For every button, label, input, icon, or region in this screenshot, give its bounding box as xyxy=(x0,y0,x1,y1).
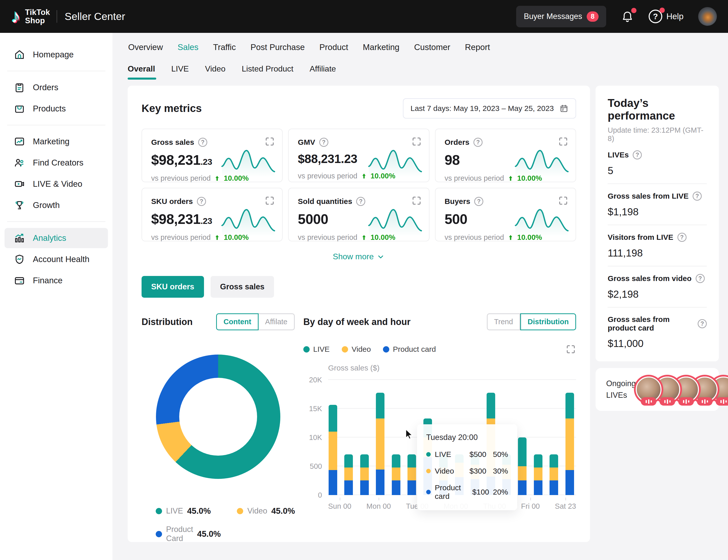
user-avatar[interactable] xyxy=(698,7,717,26)
date-range-picker[interactable]: Last 7 days: May 19, 2023 – May 25, 2023 xyxy=(403,98,576,119)
calendar-icon xyxy=(559,104,568,113)
info-icon[interactable]: ? xyxy=(696,274,705,283)
expand-icon[interactable] xyxy=(264,136,275,147)
info-icon[interactable]: ? xyxy=(633,150,642,159)
metric-toggle: SKU orders Gross sales xyxy=(142,276,576,298)
sidebar-item-growth[interactable]: Growth xyxy=(5,195,108,215)
stacked-bar[interactable] xyxy=(565,380,574,495)
subtab-live[interactable]: LIVE xyxy=(171,64,189,80)
live-indicator-icon xyxy=(678,397,694,406)
subtab-listed-product[interactable]: Listed Product xyxy=(242,64,293,80)
segment-affiliate[interactable]: Affilate xyxy=(259,313,295,330)
info-icon[interactable]: ? xyxy=(198,138,207,147)
date-range-label: Last 7 days: May 19, 2023 – May 25, 2023 xyxy=(411,104,554,113)
info-icon[interactable]: ? xyxy=(693,192,702,201)
help-button[interactable]: ? Help xyxy=(649,10,684,23)
by-day-section: By day of week and hour Trend Distributi… xyxy=(303,313,576,542)
subtab-video[interactable]: Video xyxy=(205,64,225,80)
expand-icon[interactable] xyxy=(411,136,422,147)
legend-item-video: Video45.0% xyxy=(237,506,295,516)
product-card-dot-icon xyxy=(426,490,431,494)
expand-icon[interactable] xyxy=(565,344,576,355)
info-icon[interactable]: ? xyxy=(319,138,328,147)
y-tick-label: 20K xyxy=(309,376,322,384)
tab-marketing[interactable]: Marketing xyxy=(363,42,399,52)
donut-chart[interactable] xyxy=(156,355,280,479)
tab-overview[interactable]: Overview xyxy=(128,42,163,52)
live-avatar[interactable] xyxy=(636,377,662,402)
tab-product[interactable]: Product xyxy=(320,42,348,52)
segment-trend[interactable]: Trend xyxy=(487,313,520,330)
tooltip-row: Product card$10020% xyxy=(426,483,508,501)
expand-icon[interactable] xyxy=(558,195,568,206)
sidebar-item-find-creators[interactable]: Find Creators xyxy=(5,153,108,173)
chart-tooltip: Tuesday 20:00 LIVE$50050% Video$30030% P… xyxy=(417,424,517,510)
video-dot-icon xyxy=(237,508,243,514)
up-arrow-icon xyxy=(507,175,514,182)
tooltip-title: Tuesday 20:00 xyxy=(426,433,508,442)
expand-icon[interactable] xyxy=(264,195,275,206)
tab-traffic[interactable]: Traffic xyxy=(213,42,236,52)
info-icon[interactable]: ? xyxy=(677,233,687,242)
ongoing-lives-label: Ongoing LIVEs xyxy=(606,378,636,401)
main-content: Overview Sales Traffic Post Purchase Pro… xyxy=(112,33,728,560)
info-icon[interactable]: ? xyxy=(356,197,365,206)
expand-icon[interactable] xyxy=(558,136,568,147)
sku-orders-toggle-button[interactable]: SKU orders xyxy=(142,276,204,298)
stacked-bar[interactable] xyxy=(360,380,369,495)
primary-tabs: Overview Sales Traffic Post Purchase Pro… xyxy=(128,42,719,52)
sidebar-item-finance[interactable]: Finance xyxy=(5,270,108,291)
stacked-bar[interactable] xyxy=(329,380,337,495)
stacked-bar[interactable] xyxy=(376,380,384,495)
sidebar-item-marketing[interactable]: Marketing xyxy=(5,131,108,152)
stacked-bar[interactable] xyxy=(534,380,542,495)
info-icon[interactable]: ? xyxy=(197,197,206,206)
donut-legend: LIVE45.0% Video45.0% Product Card45.0% xyxy=(142,506,295,542)
info-icon[interactable]: ? xyxy=(474,197,483,206)
tab-post-purchase[interactable]: Post Purchase xyxy=(251,42,305,52)
segment-distribution[interactable]: Distribution xyxy=(520,313,576,330)
info-icon[interactable]: ? xyxy=(473,138,483,147)
expand-icon[interactable] xyxy=(411,195,422,206)
subtab-affiliate[interactable]: Affiliate xyxy=(310,64,336,80)
stacked-bar[interactable] xyxy=(518,380,527,495)
sidebar-divider xyxy=(7,125,105,125)
metric-cards: Gross sales? $98,231.23 vs previous peri… xyxy=(142,129,576,241)
notifications-button[interactable] xyxy=(621,10,634,23)
product-card-dot-icon xyxy=(383,346,389,353)
sparkline-chart xyxy=(514,147,569,177)
home-icon xyxy=(14,49,25,60)
segment-content[interactable]: Content xyxy=(216,313,259,330)
today-metric-lives: LIVEs? 5 xyxy=(608,143,707,184)
sidebar-item-products[interactable]: Products xyxy=(5,99,108,119)
tab-report[interactable]: Report xyxy=(465,42,490,52)
x-tick-label: Sun 00 xyxy=(328,498,351,510)
brand[interactable]: ♪ TikTok Shop Seller Center xyxy=(11,7,125,26)
sidebar-item-homepage[interactable]: Homepage xyxy=(5,44,108,65)
sidebar-item-analytics[interactable]: Analytics xyxy=(5,228,108,248)
tab-sales[interactable]: Sales xyxy=(178,42,199,52)
tooltip-row: LIVE$50050% xyxy=(426,450,508,459)
gross-sales-toggle-button[interactable]: Gross sales xyxy=(211,276,274,298)
y-tick-label: 15K xyxy=(309,405,322,413)
live-video-icon xyxy=(14,178,25,190)
tab-customer[interactable]: Customer xyxy=(414,42,450,52)
up-arrow-icon xyxy=(507,234,514,241)
sidebar-item-orders[interactable]: Orders xyxy=(5,77,108,98)
stacked-bar[interactable] xyxy=(344,380,353,495)
ongoing-lives-avatars xyxy=(636,377,728,402)
right-column: Today’s performance Update time: 23:12PM… xyxy=(596,86,719,411)
secondary-tabs: Overall LIVE Video Listed Product Affili… xyxy=(128,64,719,80)
stacked-bar[interactable] xyxy=(392,380,400,495)
sidebar-item-live-video[interactable]: LIVE & Video xyxy=(5,174,108,194)
stacked-bar[interactable] xyxy=(550,380,558,495)
subtab-overall[interactable]: Overall xyxy=(128,64,155,80)
distribution-section: Distribution Content Affilate LIVE45.0% … xyxy=(142,313,295,542)
metric-card-gmv: GMV? $88,231.23 vs previous period 10.00… xyxy=(288,129,429,182)
tooltip-row: Video$30030% xyxy=(426,467,508,475)
info-icon[interactable]: ? xyxy=(698,319,707,328)
buyer-messages-button[interactable]: Buyer Messages 8 xyxy=(516,6,606,27)
metric-card-buyers: Buyers? 500 vs previous period 10.00% xyxy=(435,188,576,241)
show-more-button[interactable]: Show more xyxy=(142,252,576,261)
sidebar-item-account-health[interactable]: Account Health xyxy=(5,249,108,269)
